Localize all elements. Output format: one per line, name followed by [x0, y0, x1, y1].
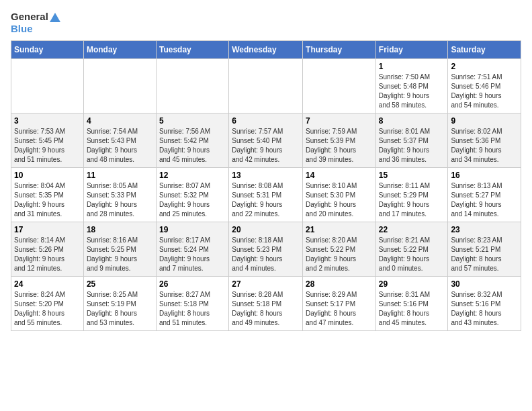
day-number: 12 — [159, 171, 226, 180]
day-number: 11 — [87, 171, 153, 180]
calendar-body: 1Sunrise: 7:50 AMSunset: 5:48 PMDaylight… — [11, 59, 521, 331]
calendar-cell: 2Sunrise: 7:51 AMSunset: 5:46 PMDaylight… — [448, 59, 521, 113]
day-info: Sunrise: 7:51 AMSunset: 5:46 PMDaylight:… — [451, 73, 518, 110]
day-info: Sunrise: 8:32 AMSunset: 5:16 PMDaylight:… — [451, 290, 518, 328]
calendar-cell — [303, 59, 376, 113]
day-info: Sunrise: 8:07 AMSunset: 5:32 PMDaylight:… — [159, 181, 226, 219]
calendar-day-header: Monday — [83, 41, 156, 59]
calendar-cell: 14Sunrise: 8:10 AMSunset: 5:30 PMDayligh… — [303, 168, 376, 222]
calendar-week-row: 3Sunrise: 7:53 AMSunset: 5:45 PMDaylight… — [11, 113, 521, 168]
day-info: Sunrise: 8:11 AMSunset: 5:29 PMDaylight:… — [379, 181, 445, 219]
calendar-cell: 5Sunrise: 7:56 AMSunset: 5:42 PMDaylight… — [156, 113, 228, 168]
day-number: 23 — [451, 225, 518, 234]
logo: General Blue — [11, 11, 60, 35]
calendar-cell: 18Sunrise: 8:16 AMSunset: 5:25 PMDayligh… — [83, 222, 156, 277]
day-number: 4 — [87, 116, 153, 126]
day-number: 18 — [87, 225, 153, 234]
day-info: Sunrise: 7:59 AMSunset: 5:39 PMDaylight:… — [306, 127, 373, 165]
calendar-day-header: Thursday — [303, 41, 376, 59]
calendar-week-row: 10Sunrise: 8:04 AMSunset: 5:35 PMDayligh… — [11, 168, 521, 222]
day-info: Sunrise: 8:05 AMSunset: 5:33 PMDaylight:… — [87, 181, 153, 219]
day-info: Sunrise: 7:53 AMSunset: 5:45 PMDaylight:… — [14, 127, 81, 165]
calendar-cell: 7Sunrise: 7:59 AMSunset: 5:39 PMDaylight… — [303, 113, 376, 168]
day-number: 6 — [232, 116, 300, 126]
calendar-day-header: Wednesday — [229, 41, 303, 59]
day-number: 9 — [451, 116, 518, 126]
page-header: General Blue — [11, 11, 521, 35]
calendar-day-header: Sunday — [11, 41, 84, 59]
calendar-cell: 24Sunrise: 8:24 AMSunset: 5:20 PMDayligh… — [11, 277, 84, 331]
day-info: Sunrise: 7:50 AMSunset: 5:48 PMDaylight:… — [379, 73, 445, 110]
day-info: Sunrise: 8:13 AMSunset: 5:27 PMDaylight:… — [451, 181, 518, 219]
day-info: Sunrise: 8:01 AMSunset: 5:37 PMDaylight:… — [379, 127, 445, 165]
day-info: Sunrise: 8:24 AMSunset: 5:20 PMDaylight:… — [14, 290, 81, 328]
day-info: Sunrise: 7:57 AMSunset: 5:40 PMDaylight:… — [232, 127, 300, 165]
calendar-cell: 21Sunrise: 8:20 AMSunset: 5:22 PMDayligh… — [303, 222, 376, 277]
calendar-cell — [11, 59, 84, 113]
calendar-cell: 9Sunrise: 8:02 AMSunset: 5:36 PMDaylight… — [448, 113, 521, 168]
calendar-cell: 20Sunrise: 8:18 AMSunset: 5:23 PMDayligh… — [229, 222, 303, 277]
calendar-cell: 29Sunrise: 8:31 AMSunset: 5:16 PMDayligh… — [375, 277, 448, 331]
calendar-cell: 4Sunrise: 7:54 AMSunset: 5:43 PMDaylight… — [83, 113, 156, 168]
day-number: 10 — [14, 171, 81, 180]
day-info: Sunrise: 8:08 AMSunset: 5:31 PMDaylight:… — [232, 181, 300, 219]
day-info: Sunrise: 8:23 AMSunset: 5:21 PMDaylight:… — [451, 236, 518, 273]
calendar-cell: 22Sunrise: 8:21 AMSunset: 5:22 PMDayligh… — [375, 222, 448, 277]
calendar-cell: 1Sunrise: 7:50 AMSunset: 5:48 PMDaylight… — [375, 59, 448, 113]
day-number: 21 — [306, 225, 373, 234]
calendar-cell — [156, 59, 228, 113]
day-number: 29 — [379, 279, 445, 289]
day-number: 17 — [14, 225, 81, 234]
day-number: 13 — [232, 171, 300, 180]
day-info: Sunrise: 8:17 AMSunset: 5:24 PMDaylight:… — [159, 236, 226, 273]
calendar-cell — [83, 59, 156, 113]
calendar-cell — [229, 59, 303, 113]
calendar-cell: 3Sunrise: 7:53 AMSunset: 5:45 PMDaylight… — [11, 113, 84, 168]
calendar-cell: 11Sunrise: 8:05 AMSunset: 5:33 PMDayligh… — [83, 168, 156, 222]
calendar-cell: 19Sunrise: 8:17 AMSunset: 5:24 PMDayligh… — [156, 222, 228, 277]
day-info: Sunrise: 8:21 AMSunset: 5:22 PMDaylight:… — [379, 236, 445, 273]
day-number: 2 — [451, 62, 518, 71]
calendar-cell: 13Sunrise: 8:08 AMSunset: 5:31 PMDayligh… — [229, 168, 303, 222]
calendar-cell: 15Sunrise: 8:11 AMSunset: 5:29 PMDayligh… — [375, 168, 448, 222]
day-info: Sunrise: 8:28 AMSunset: 5:18 PMDaylight:… — [232, 290, 300, 328]
calendar-week-row: 24Sunrise: 8:24 AMSunset: 5:20 PMDayligh… — [11, 277, 521, 331]
day-info: Sunrise: 8:10 AMSunset: 5:30 PMDaylight:… — [306, 181, 373, 219]
day-info: Sunrise: 8:02 AMSunset: 5:36 PMDaylight:… — [451, 127, 518, 165]
calendar-day-header: Friday — [375, 41, 448, 59]
day-info: Sunrise: 8:16 AMSunset: 5:25 PMDaylight:… — [87, 236, 153, 273]
day-number: 25 — [87, 279, 153, 289]
calendar-week-row: 1Sunrise: 7:50 AMSunset: 5:48 PMDaylight… — [11, 59, 521, 113]
day-number: 1 — [379, 62, 445, 71]
calendar-header: SundayMondayTuesdayWednesdayThursdayFrid… — [11, 41, 521, 59]
calendar-cell: 6Sunrise: 7:57 AMSunset: 5:40 PMDaylight… — [229, 113, 303, 168]
day-number: 24 — [14, 279, 81, 289]
calendar-cell: 17Sunrise: 8:14 AMSunset: 5:26 PMDayligh… — [11, 222, 84, 277]
day-info: Sunrise: 8:04 AMSunset: 5:35 PMDaylight:… — [14, 181, 81, 219]
calendar-cell: 8Sunrise: 8:01 AMSunset: 5:37 PMDaylight… — [375, 113, 448, 168]
day-number: 8 — [379, 116, 445, 126]
day-number: 28 — [306, 279, 373, 289]
calendar-cell: 23Sunrise: 8:23 AMSunset: 5:21 PMDayligh… — [448, 222, 521, 277]
calendar-cell: 27Sunrise: 8:28 AMSunset: 5:18 PMDayligh… — [229, 277, 303, 331]
day-info: Sunrise: 8:20 AMSunset: 5:22 PMDaylight:… — [306, 236, 373, 273]
calendar-cell: 26Sunrise: 8:27 AMSunset: 5:18 PMDayligh… — [156, 277, 228, 331]
day-number: 26 — [159, 279, 226, 289]
day-number: 16 — [451, 171, 518, 180]
day-info: Sunrise: 8:18 AMSunset: 5:23 PMDaylight:… — [232, 236, 300, 273]
day-info: Sunrise: 8:29 AMSunset: 5:17 PMDaylight:… — [306, 290, 373, 328]
calendar-day-header: Saturday — [448, 41, 521, 59]
day-number: 15 — [379, 171, 445, 180]
day-number: 27 — [232, 279, 300, 289]
day-number: 14 — [306, 171, 373, 180]
day-info: Sunrise: 7:54 AMSunset: 5:43 PMDaylight:… — [87, 127, 153, 165]
day-number: 30 — [451, 279, 518, 289]
day-info: Sunrise: 8:31 AMSunset: 5:16 PMDaylight:… — [379, 290, 445, 328]
calendar-cell: 10Sunrise: 8:04 AMSunset: 5:35 PMDayligh… — [11, 168, 84, 222]
day-number: 5 — [159, 116, 226, 126]
day-number: 7 — [306, 116, 373, 126]
calendar-cell: 25Sunrise: 8:25 AMSunset: 5:19 PMDayligh… — [83, 277, 156, 331]
calendar-cell: 30Sunrise: 8:32 AMSunset: 5:16 PMDayligh… — [448, 277, 521, 331]
calendar-week-row: 17Sunrise: 8:14 AMSunset: 5:26 PMDayligh… — [11, 222, 521, 277]
calendar-cell: 28Sunrise: 8:29 AMSunset: 5:17 PMDayligh… — [303, 277, 376, 331]
